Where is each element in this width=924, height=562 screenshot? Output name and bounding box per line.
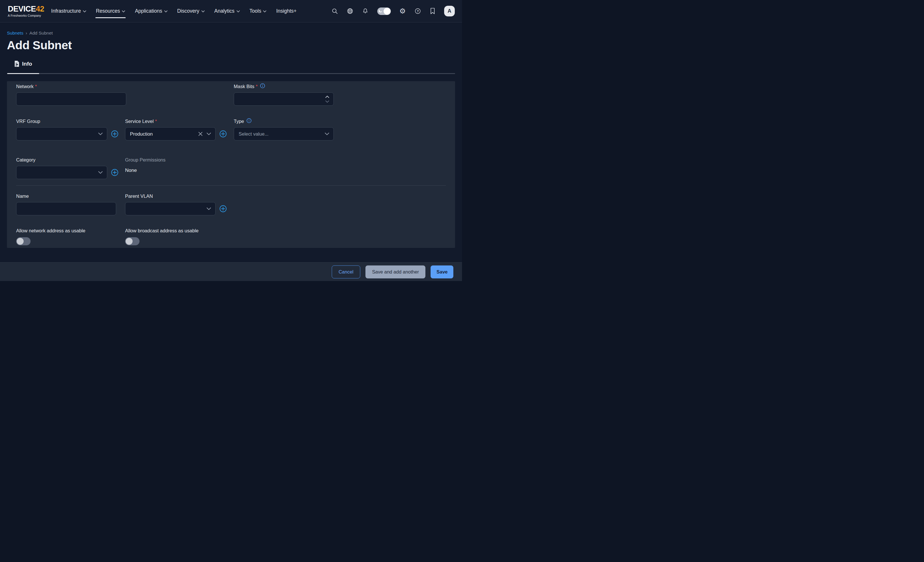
chevron-down-icon <box>164 10 168 12</box>
label-text: Group Permissions <box>125 157 165 163</box>
chevron-down-icon <box>207 208 211 210</box>
network-input[interactable] <box>16 93 126 106</box>
document-icon <box>14 61 19 68</box>
category-select[interactable] <box>16 166 107 179</box>
add-subnet-page: DEVICE42 A Freshworks Company Infrastruc… <box>0 0 462 281</box>
select-value: Production <box>130 131 153 137</box>
spinner-up-button[interactable] <box>326 96 329 98</box>
spinner-down-button[interactable] <box>326 100 329 103</box>
label-text: Allow network address as usable <box>16 228 85 233</box>
chevron-down-icon <box>201 10 205 12</box>
info-icon[interactable] <box>246 118 252 124</box>
group-permissions-group: Group Permissions None <box>125 157 229 173</box>
cancel-button[interactable]: Cancel <box>332 266 360 278</box>
clear-icon[interactable] <box>198 132 202 136</box>
add-vrf-group-button[interactable] <box>111 130 118 138</box>
category-label: Category <box>16 157 120 163</box>
vrf-group-field-group: VRF Group <box>16 118 120 140</box>
nav-item-discovery[interactable]: Discovery <box>177 0 205 22</box>
dark-mode-toggle[interactable] <box>377 7 391 15</box>
required-marker: * <box>155 119 157 124</box>
nav-label: Discovery <box>177 8 200 14</box>
nav-item-insights-plus[interactable]: Insights+ <box>276 0 297 22</box>
nav-item-applications[interactable]: Applications <box>135 0 167 22</box>
network-label: Network * <box>16 84 126 89</box>
breadcrumb: Subnets › Add Subnet <box>7 30 455 36</box>
section-divider <box>16 185 446 186</box>
chevron-down-icon <box>325 133 329 135</box>
main-nav: Infrastructure Resources Applications Di… <box>51 0 297 22</box>
search-icon[interactable] <box>332 8 338 14</box>
logo-tagline: A Freshworks Company <box>8 14 44 17</box>
globe-icon[interactable] <box>347 8 353 14</box>
add-service-level-button[interactable] <box>219 130 227 138</box>
group-permissions-value: None <box>125 167 229 173</box>
label-text: Service Level <box>125 119 154 124</box>
service-level-field-group: Service Level * Production <box>125 118 228 140</box>
allow-broadcast-address-group: Allow broadcast address as usable <box>125 228 240 245</box>
add-parent-vlan-button[interactable] <box>219 205 227 212</box>
allow-network-address-toggle[interactable] <box>16 237 30 245</box>
moon-icon <box>378 9 383 14</box>
type-field-group: Type Select value... <box>234 118 334 140</box>
required-marker: * <box>256 84 258 89</box>
mask-bits-input[interactable] <box>234 93 334 106</box>
vrf-group-select[interactable] <box>16 127 107 140</box>
mask-bits-label: Mask Bits * <box>234 84 334 89</box>
tab-bar: Info <box>7 61 455 74</box>
help-icon[interactable]: ? <box>414 8 421 14</box>
logo-text: DEVICE <box>8 4 36 13</box>
group-permissions-label: Group Permissions <box>125 157 229 163</box>
allow-broadcast-address-toggle[interactable] <box>125 237 140 245</box>
toggle-knob <box>17 238 24 245</box>
bookmark-icon[interactable] <box>430 8 435 14</box>
user-avatar[interactable]: A <box>444 6 455 16</box>
nav-label: Applications <box>135 8 162 14</box>
breadcrumb-current: Add Subnet <box>29 30 53 36</box>
vrf-group-label: VRF Group <box>16 118 120 124</box>
subnet-form-panel: Network * Mask Bits * <box>7 81 455 248</box>
chevron-down-icon <box>98 133 103 135</box>
name-input[interactable] <box>16 202 116 215</box>
nav-item-infrastructure[interactable]: Infrastructure <box>51 0 86 22</box>
name-field-group: Name <box>16 193 116 215</box>
save-and-add-another-button[interactable]: Save and add another <box>366 266 425 278</box>
chevron-down-icon <box>237 10 240 12</box>
chevron-down-icon <box>98 171 103 174</box>
notifications-bell-icon[interactable] <box>362 8 369 14</box>
service-level-select[interactable]: Production <box>125 127 216 140</box>
svg-text:?: ? <box>417 9 419 13</box>
label-text: Name <box>16 193 29 199</box>
parent-vlan-field-group: Parent VLAN <box>125 193 228 215</box>
mask-bits-field-group: Mask Bits * <box>234 84 334 106</box>
save-button[interactable]: Save <box>430 266 453 278</box>
toggle-knob <box>384 8 390 15</box>
main-content: Subnets › Add Subnet Add Subnet Info Net… <box>0 30 462 248</box>
nav-item-analytics[interactable]: Analytics <box>214 0 240 22</box>
logo-text-accent: 42 <box>36 4 44 13</box>
nav-item-tools[interactable]: Tools <box>250 0 267 22</box>
type-label: Type <box>234 118 334 124</box>
add-category-button[interactable] <box>111 169 118 176</box>
logo-wordmark: DEVICE42 <box>8 5 44 13</box>
tab-info[interactable]: Info <box>7 61 39 74</box>
info-icon[interactable] <box>260 83 265 90</box>
number-spinner <box>326 93 329 106</box>
form-action-bar: Cancel Save and add another Save <box>0 262 462 281</box>
select-placeholder: Select value... <box>238 131 268 137</box>
service-level-label: Service Level * <box>125 118 228 124</box>
nav-label: Analytics <box>214 8 235 14</box>
category-field-group: Category <box>16 157 120 179</box>
label-text: Parent VLAN <box>125 193 153 199</box>
breadcrumb-separator: › <box>26 30 27 36</box>
nav-item-resources[interactable]: Resources <box>96 0 125 22</box>
parent-vlan-select[interactable] <box>125 202 216 215</box>
breadcrumb-subnets-link[interactable]: Subnets <box>7 30 23 36</box>
allow-network-address-label: Allow network address as usable <box>16 228 120 233</box>
label-text: Allow broadcast address as usable <box>125 228 199 233</box>
type-select[interactable]: Select value... <box>234 127 334 140</box>
nav-label: Tools <box>250 8 261 14</box>
device42-logo[interactable]: DEVICE42 A Freshworks Company <box>8 5 44 17</box>
chevron-down-icon <box>83 10 86 12</box>
settings-gear-icon[interactable]: ⚙ <box>399 7 406 15</box>
